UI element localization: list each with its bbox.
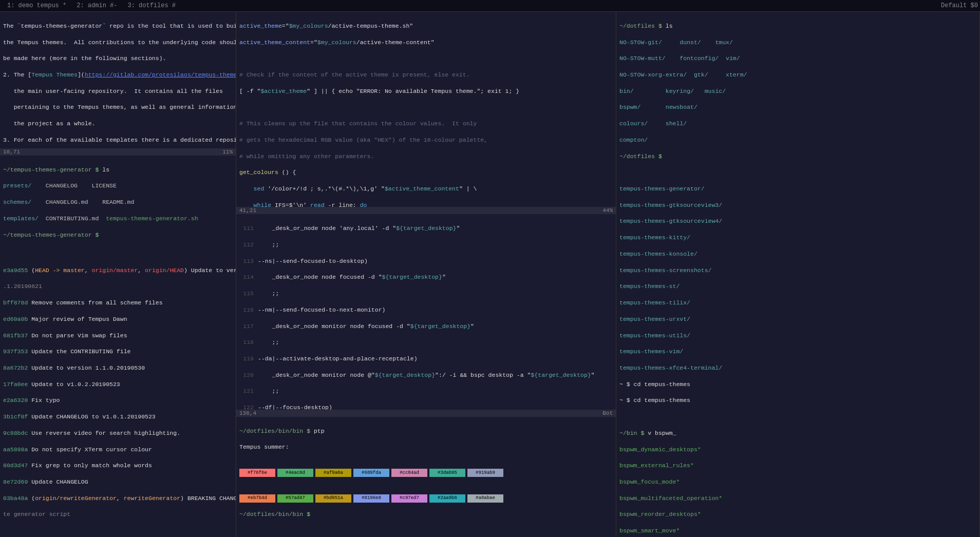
git-continuation: .1.20190621 <box>3 282 233 291</box>
code-line: active_theme="$my_colours/active-tempus-… <box>239 22 613 30</box>
dir-line: tempus-themes-gtksourceview4/ <box>619 217 976 225</box>
pane-right-content[interactable]: ~/dotfiles $ ls NO-STOW-git/ dunst/ tmux… <box>616 12 979 537</box>
empty-line <box>239 54 613 63</box>
text-line: be made here (more in the following sect… <box>3 54 233 63</box>
color-swatch: #919ab9 <box>467 469 503 477</box>
prompt-line: ~/dotfiles/bin/bin $ <box>239 510 613 519</box>
prompt-line: ~/dotfiles $ ls <box>619 22 976 30</box>
cursor-pos: 41,21 <box>239 207 256 214</box>
ls-line: bspwm_multifaceted_operation* <box>619 494 976 503</box>
ls-line: bspwm_dynamic_desktops* <box>619 446 976 454</box>
git-log-line: e3a9d55 (HEAD -> master, origin/master, … <box>3 266 233 275</box>
dir-line: tempus-themes-urxvt/ <box>619 315 976 323</box>
comment-line: # Check if the content of the active the… <box>239 71 613 79</box>
code-line-num: 114 _desk_or_node node focused -d "${tar… <box>239 273 613 281</box>
code-line: [ -f "$active_theme" ] || { echo "ERROR:… <box>239 87 613 95</box>
code-line-num: 116--nm|--send-focused-to-next-monitor) <box>239 306 613 314</box>
text-line: The `tempus-themes-generator` repo is th… <box>3 22 233 30</box>
scroll-pct: 44% <box>602 207 613 214</box>
pane-left-status-top: 10,71 11% <box>0 148 236 156</box>
dir-line: tempus-themes-screenshots/ <box>619 266 976 275</box>
code-line-num: 117 _desk_or_node monitor node focused -… <box>239 322 613 331</box>
tab-default: Default $0 <box>941 2 978 9</box>
pane-right: ~/dotfiles $ ls NO-STOW-git/ dunst/ tmux… <box>616 12 980 537</box>
pane-left-content[interactable]: The `tempus-themes-generator` repo is th… <box>0 12 236 148</box>
ls-line: NO-STOW-mutt/ fontconfig/ vim/ <box>619 54 976 63</box>
text-line: the main user-facing repository. It cont… <box>3 87 233 95</box>
swatch-row-2: #eb7b4d #57ad47 #bd951a #8196e8 #c97ed7 … <box>239 494 613 503</box>
main-content: The `tempus-themes-generator` repo is th… <box>0 12 980 537</box>
comment-line: # while omitting any other parameters. <box>239 152 613 161</box>
pane-middle-code[interactable]: 111 _desk_or_node node 'any.local' -d "$… <box>236 214 616 409</box>
code-line-num: 121 ;; <box>239 387 613 395</box>
tab-1[interactable]: 1: demo tempus * <box>2 1 71 10</box>
code-line: sed '/color+/!d ; s,.*\(#.*\),\1,g' "$ac… <box>239 185 613 193</box>
git-log-line: 3b1cf0f Update CHANGELOG to v1.0.1.20190… <box>3 413 233 421</box>
text-line: the Tempus themes. All contributions to … <box>3 39 233 47</box>
code-line-num: 119--da|--activate-desktop-and-place-rec… <box>239 355 613 363</box>
ls-line: compton/ <box>619 136 976 144</box>
dir-line: tempus-themes-tilix/ <box>619 299 976 307</box>
dir-line: tempus-themes-xfce4-terminal/ <box>619 364 976 372</box>
ls-line: templates/ CONTRIBUTING.md tempus-themes… <box>3 215 233 223</box>
ls-line: schemes/ CHANGELOG.md README.md <box>3 198 233 206</box>
ls-line: NO-STOW-git/ dunst/ tmux/ <box>619 39 976 47</box>
git-log-line: 80d3d47 Fix grep to only match whole wor… <box>3 462 233 470</box>
ls-line: bspwm_reorder_desktops* <box>619 510 976 519</box>
pane-middle-bottom[interactable]: ~/dotfiles/bin/bin $ ptp Tempus summer: … <box>236 417 616 537</box>
color-swatch: #2aa9b6 <box>429 494 465 503</box>
prompt-line: ~/dotfiles $ <box>619 152 976 161</box>
pane-middle-top[interactable]: active_theme="$my_colours/active-tempus-… <box>236 12 616 207</box>
color-swatch: #609fda <box>353 469 389 477</box>
code-line-num: 118 ;; <box>239 338 613 347</box>
ls-line: presets/ CHANGELOG LICENSE <box>3 182 233 190</box>
scroll-mode: Bot <box>602 410 613 416</box>
color-swatch: #8196e8 <box>353 494 389 503</box>
empty-line <box>3 247 233 255</box>
tab-2[interactable]: 2: admin #- <box>71 1 122 10</box>
empty-line <box>619 413 976 421</box>
code-line: get_colours () { <box>239 168 613 177</box>
color-swatch: #af9a0a <box>315 469 351 477</box>
pane-middle-status-bot: 136,4 Bot <box>236 410 616 417</box>
dir-line: tempus-themes-st/ <box>619 282 976 291</box>
color-swatch: #3dab95 <box>429 469 465 477</box>
code-line-num: 122--df|--focus-desktop) <box>239 404 613 410</box>
text-line: 3. For each of the available templates t… <box>3 136 233 144</box>
dir-line: tempus-themes-konsole/ <box>619 250 976 258</box>
prompt-line: ~/bin $ v bspwm_ <box>619 429 976 437</box>
pane-left-ls[interactable]: ~/tempus-themes-generator $ ls presets/ … <box>0 156 236 258</box>
ls-line: colours/ shell/ <box>619 120 976 128</box>
prompt-line: ~/tempus-themes-generator $ <box>3 231 233 239</box>
color-swatch: #cc84ad <box>391 469 427 477</box>
code-line-num: 112 ;; <box>239 241 613 249</box>
git-log-line: aa5898a Do not specify XTerm cursor colo… <box>3 446 233 454</box>
git-log-line: 681fb37 Do not parse Vim swap files <box>3 332 233 340</box>
pane-left-git[interactable]: e3a9d55 (HEAD -> master, origin/master, … <box>0 258 236 537</box>
ls-line: bspwm_smart_move* <box>619 527 976 535</box>
dir-line: tempus-themes-generator/ <box>619 185 976 193</box>
dir-line: tempus-themes-kitty/ <box>619 234 976 242</box>
scroll-pct: 11% <box>222 149 233 155</box>
prompt-line: ~/dotfiles/bin/bin $ ptp <box>239 427 613 435</box>
text-line: the project as a whole. <box>3 120 233 128</box>
dir-line: tempus-themes-utils/ <box>619 332 976 340</box>
color-swatch: #eb7b4d <box>239 494 275 503</box>
ls-line: bspwm_external_rules* <box>619 462 976 470</box>
tab-3[interactable]: 3: dotfiles # <box>122 1 181 10</box>
text-line: 2. The [Tempus Themes](https://gitlab.co… <box>3 71 233 79</box>
ls-line: bspwm/ newsboat/ <box>619 103 976 111</box>
git-log-line: 937f353 Update the CONTRIBUTING file <box>3 348 233 356</box>
git-log-line: 9c88bdc Use reverse video for search hig… <box>3 429 233 437</box>
pane-middle-status-top: 41,21 44% <box>236 207 616 214</box>
code-line: while IFS=$'\n' read -r line; do <box>239 201 613 207</box>
ls-line: bspwm_focus_mode* <box>619 478 976 486</box>
tab-bar: 1: demo tempus * 2: admin #- 3: dotfiles… <box>0 0 980 12</box>
prompt-line: ~/tempus-themes-generator $ ls <box>3 166 233 174</box>
git-log-line: e2a6320 Fix typo <box>3 396 233 405</box>
git-log-line: 03ba48a (origin/rewriteGenerator, rewrit… <box>3 494 233 503</box>
prompt-line: ~ $ cd tempus-themes <box>619 380 976 389</box>
cursor-pos: 10,71 <box>3 149 20 155</box>
git-log-line: bff878d Remove comments from all scheme … <box>3 299 233 307</box>
ls-line: bin/ keyring/ music/ <box>619 87 976 95</box>
